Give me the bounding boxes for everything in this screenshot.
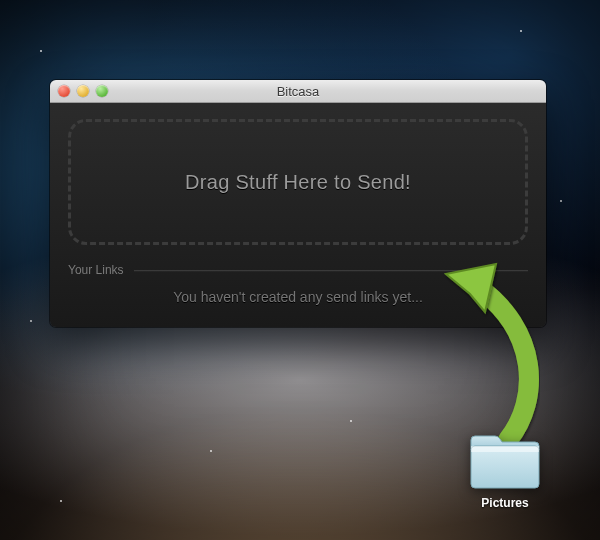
bitcasa-window: Bitcasa Drag Stuff Here to Send! Your Li… — [50, 80, 546, 327]
folder-icon — [467, 430, 543, 492]
your-links-header: Your Links — [68, 263, 528, 277]
window-body: Drag Stuff Here to Send! Your Links You … — [50, 103, 546, 327]
close-button-icon[interactable] — [58, 85, 70, 97]
svg-rect-0 — [471, 446, 539, 488]
window-title: Bitcasa — [50, 84, 546, 99]
traffic-lights — [58, 85, 108, 97]
dropzone[interactable]: Drag Stuff Here to Send! — [68, 119, 528, 245]
dropzone-label: Drag Stuff Here to Send! — [185, 171, 411, 194]
window-titlebar[interactable]: Bitcasa — [50, 80, 546, 103]
folder-label: Pictures — [460, 496, 550, 510]
svg-rect-1 — [471, 446, 539, 452]
your-links-label: Your Links — [68, 263, 124, 277]
minimize-button-icon[interactable] — [77, 85, 89, 97]
links-empty-message: You haven't created any send links yet..… — [68, 289, 528, 305]
zoom-button-icon[interactable] — [96, 85, 108, 97]
divider — [134, 270, 528, 271]
desktop-folder-pictures[interactable]: Pictures — [460, 430, 550, 510]
desktop-background: Bitcasa Drag Stuff Here to Send! Your Li… — [0, 0, 600, 540]
